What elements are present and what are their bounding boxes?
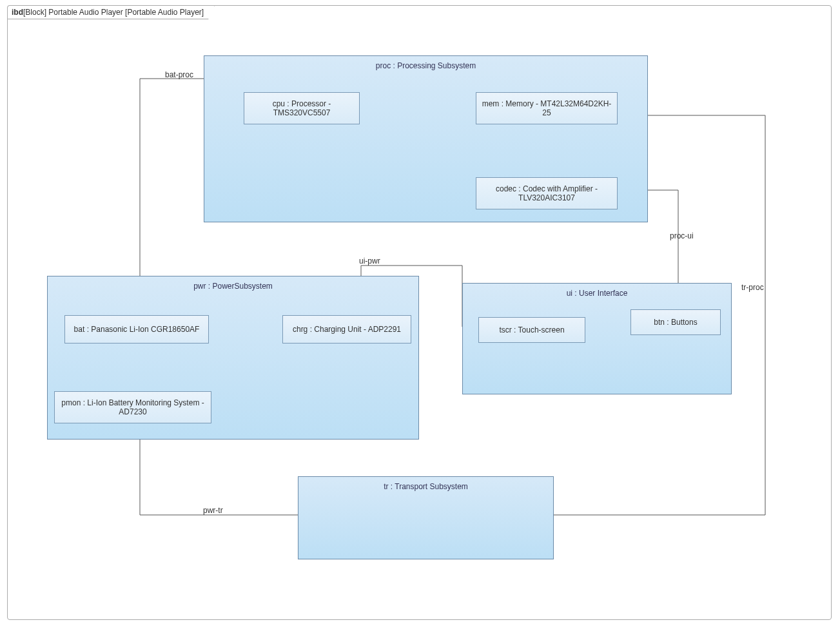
part-bat[interactable]: bat : Panasonic Li-Ion CGR18650AF (64, 315, 209, 344)
block-pwr[interactable]: pwr : PowerSubsystem bat : Panasonic Li-… (47, 276, 419, 440)
block-tr[interactable]: tr : Transport Subsystem (298, 476, 554, 559)
label-tr-proc: tr-proc (741, 283, 764, 292)
part-codec[interactable]: codec : Codec with Amplifier - TLV320AIC… (476, 177, 618, 209)
block-proc[interactable]: proc : Processing Subsystem cpu : Proces… (204, 55, 648, 222)
block-proc-title: proc : Processing Subsystem (204, 61, 647, 70)
part-pmon[interactable]: pmon : Li-Ion Battery Monitoring System … (54, 391, 211, 423)
part-chrg[interactable]: chrg : Charging Unit - ADP2291 (282, 315, 411, 344)
block-tr-title: tr : Transport Subsystem (298, 482, 553, 491)
label-pwr-tr: pwr-tr (203, 506, 223, 515)
block-ui[interactable]: ui : User Interface tscr : Touch-screen … (462, 283, 732, 394)
part-tscr[interactable]: tscr : Touch-screen (478, 317, 585, 343)
frame-kind: [Block] Portable Audio Player [Portable … (23, 8, 204, 17)
label-proc-ui: proc-ui (670, 231, 694, 240)
label-ui-pwr: ui-pwr (359, 256, 380, 266)
part-btn[interactable]: btn : Buttons (630, 309, 721, 335)
ibd-frame: ibd[Block] Portable Audio Player [Portab… (7, 5, 832, 620)
label-bat-proc: bat-proc (165, 70, 193, 79)
part-cpu[interactable]: cpu : Processor - TMS320VC5507 (244, 92, 360, 124)
frame-prefix: ibd (12, 8, 23, 17)
connector-pwr-tr (140, 440, 298, 515)
part-mem[interactable]: mem : Memory - MT42L32M64D2KH-25 (476, 92, 618, 124)
block-pwr-title: pwr : PowerSubsystem (48, 282, 418, 291)
frame-tab: ibd[Block] Portable Audio Player [Portab… (7, 5, 215, 19)
block-ui-title: ui : User Interface (463, 289, 731, 298)
